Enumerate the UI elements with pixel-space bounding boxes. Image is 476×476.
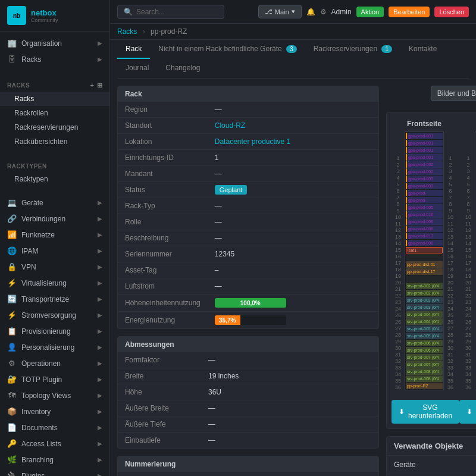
field-mandant: Mandant—: [118, 166, 378, 182]
field-rack-typ: Rack-Typ—: [118, 198, 378, 214]
sidebar-item-totp[interactable]: 🔐TOTP Plugin ▶: [0, 371, 109, 387]
edit-button[interactable]: Bearbeiten: [389, 7, 430, 17]
sidebar-item-rackreservierungen[interactable]: Rackreservierungen: [0, 120, 109, 134]
front-slot-u7[interactable]: gpu-prod-003: [406, 176, 443, 182]
hoeheneinheit-progress: 100,0%: [215, 298, 286, 308]
add-rack-icon[interactable]: +: [90, 82, 95, 89]
sidebar-item-plugins[interactable]: 🔌Plugins ▶: [0, 468, 109, 476]
search-input[interactable]: [136, 8, 220, 16]
tab-kontakte[interactable]: Kontakte: [400, 40, 445, 59]
sidebar-item-rackrollen[interactable]: Rackrollen: [0, 106, 109, 120]
field-start-he: Start HE1: [118, 472, 378, 476]
front-slot-u32[interactable]: srv-prod-007 (0/4: [406, 354, 443, 361]
search-box[interactable]: 🔍: [117, 5, 224, 19]
front-slot-u31[interactable]: srv-prod-006 (0/4: [406, 347, 443, 353]
front-slot-u10[interactable]: gpu-prod-: [406, 197, 443, 203]
sidebar-item-organisation[interactable]: 🏢 Organisation ▶: [0, 35, 109, 51]
front-slot-u28[interactable]: srv-prod-005 (0/4: [406, 325, 443, 332]
front-slot-u15[interactable]: gpu-prod-017: [406, 233, 443, 239]
bell-icon[interactable]: 🔔: [306, 8, 315, 16]
sidebar-item-inventory[interactable]: 📦Inventory ▶: [0, 403, 109, 419]
sidebar-item-branching[interactable]: 🌿Branching ▶: [0, 452, 109, 468]
front-slot-u2[interactable]: gpu-prod-001: [406, 140, 443, 146]
sidebar-item-personalisierung[interactable]: 👤Personalisierung ▶: [0, 339, 109, 355]
front-slot-u21[interactable]: [406, 275, 443, 282]
action-button[interactable]: Aktion: [356, 7, 384, 17]
front-slot-u17[interactable]: leaf1: [406, 247, 443, 253]
front-slot-u29[interactable]: srv-prod-005 (0/4: [406, 333, 443, 339]
rack-num-front-3: 3: [392, 168, 405, 174]
breadcrumb-link[interactable]: Racks: [117, 27, 137, 36]
images-dropdown-button[interactable]: Bilder und Beschriftungen ▾: [431, 86, 476, 101]
tab-changelog[interactable]: Changelog: [157, 59, 208, 78]
front-slot-u1[interactable]: gpu-prod-001: [406, 133, 443, 139]
front-slot-u8[interactable]: gpu-prod-003: [406, 183, 443, 189]
sidebar-item-verbindungen[interactable]: 🔗Verbindungen ▶: [0, 211, 109, 227]
sidebar-item-documents[interactable]: 📄Documents ▶: [0, 419, 109, 436]
rack-num-front-36: 36: [392, 384, 405, 390]
related-geraete[interactable]: Geräte 23: [387, 456, 476, 474]
sidebar-item-racks-top[interactable]: 🗄 Racks ▶: [0, 51, 109, 67]
sidebar-item-transportnetze[interactable]: 🔄Transportnetze ▶: [0, 291, 109, 307]
front-slot-u22[interactable]: srv-prod-002 (0/4: [406, 283, 443, 289]
front-slot-u30[interactable]: srv-prod-006 (0/4: [406, 340, 443, 346]
tab-nicht-in-rack[interactable]: Nicht in einem Rack befindliche Geräte 3: [150, 40, 305, 59]
svg-download-back[interactable]: ⬇ SVG herunterladen: [459, 400, 476, 424]
front-slot-u24[interactable]: srv-prod-003 (0/4: [406, 297, 443, 303]
rack-num-front-r-29: 29: [444, 338, 457, 345]
tab-rack[interactable]: Rack: [117, 40, 150, 59]
sidebar-item-stromversorgung[interactable]: ⚡Stromversorgung ▶: [0, 307, 109, 323]
front-slot-u3[interactable]: gpu-prod-001: [406, 147, 443, 154]
sidebar-item-racktypen[interactable]: Racktypen: [0, 172, 109, 186]
front-slot-u36[interactable]: pp-prod-RZ: [406, 383, 443, 389]
front-slot-u16[interactable]: gpu-prod-008: [406, 240, 443, 246]
rack-num-front-r-5: 5: [444, 181, 457, 187]
front-slot-u6[interactable]: gpu-prod-002: [406, 168, 443, 175]
rack-num-back-9: 9: [462, 207, 475, 214]
front-slot-u33[interactable]: srv-prod-007 (0/4: [406, 361, 443, 368]
tab-rackreservierungen[interactable]: Rackreservierungen 1: [305, 40, 400, 59]
front-slot-u35[interactable]: srv-prod-008 (0/4: [406, 375, 443, 382]
front-slot-u27[interactable]: srv-prod-004 (0/4: [406, 318, 443, 325]
front-slot-u13[interactable]: gpu-prod-006: [406, 218, 443, 225]
branch-button[interactable]: ⎇ Main ▾: [258, 5, 302, 18]
sidebar-item-vpn[interactable]: 🔒VPN ▶: [0, 259, 109, 275]
sidebar-item-rackoverview[interactable]: Rackübersichten: [0, 134, 109, 149]
sidebar-item-funknetze[interactable]: 📶Funknetze ▶: [0, 227, 109, 243]
front-slot-u5[interactable]: gpu-prod-002: [406, 161, 443, 168]
standort-link[interactable]: Cloud-RZ: [215, 121, 245, 130]
sidebar-item-operationen[interactable]: ⚙Operationen ▶: [0, 355, 109, 371]
front-slot-u9[interactable]: gpu-prod-: [406, 190, 443, 196]
funknetze-icon: 📶: [7, 230, 17, 239]
sidebar-item-ipam[interactable]: 🌐IPAM ▶: [0, 243, 109, 259]
sidebar-item-virtualisierung[interactable]: ⚡Virtualisierung ▶: [0, 275, 109, 291]
front-slot-u18[interactable]: [406, 254, 443, 261]
front-slot-u34[interactable]: srv-prod-008 (0/4: [406, 368, 443, 375]
rack-num-back-31: 31: [462, 351, 475, 358]
front-slot-u19[interactable]: pp-prod-dist-01: [406, 261, 443, 268]
right-panel: Bilder und Beschriftungen ▾ Frontseite 3…: [386, 86, 476, 476]
sidebar-item-racks[interactable]: Racks: [0, 92, 109, 106]
front-slot-u14[interactable]: gpu-prod-006: [406, 226, 443, 232]
back-rack-container: 3635343332313029282726252423222120191817…: [462, 131, 476, 390]
lokation-link[interactable]: Datacenter productive 1: [215, 137, 290, 146]
front-slot-u11[interactable]: gpu-prod-005: [406, 204, 443, 211]
verwandte-card: Verwandte Objekte Geräte 23 Rackreservie…: [386, 436, 476, 476]
delete-button[interactable]: Löschen: [434, 7, 469, 17]
rack-num-back-5: 5: [462, 181, 475, 187]
settings-icon[interactable]: ⚙: [320, 8, 327, 16]
rack-options-icon[interactable]: ⊞: [97, 82, 103, 89]
front-slot-u25[interactable]: srv-prod-003 (0/4: [406, 304, 443, 311]
front-slot-u23[interactable]: srv-prod-002 (0/4: [406, 290, 443, 296]
rack-num-back-36: 36: [462, 384, 475, 390]
sidebar-item-access-lists[interactable]: 🔑Access Lists ▶: [0, 436, 109, 452]
tab-journal[interactable]: Journal: [117, 59, 157, 78]
front-slot-u20[interactable]: pp-prod-dist-17: [406, 268, 443, 275]
sidebar-item-topology[interactable]: 🗺Topology Views ▶: [0, 387, 109, 403]
svg-download-front[interactable]: ⬇ SVG herunterladen: [392, 400, 459, 424]
front-slot-u26[interactable]: srv-prod-004 (0/4: [406, 311, 443, 318]
sidebar-item-geraete[interactable]: 💻Geräte ▶: [0, 195, 109, 211]
front-slot-u12[interactable]: gpu-prod-016: [406, 211, 443, 218]
front-slot-u4[interactable]: gpu-prod-001: [406, 154, 443, 161]
sidebar-item-provisionierung[interactable]: 📋Provisionierung ▶: [0, 323, 109, 339]
